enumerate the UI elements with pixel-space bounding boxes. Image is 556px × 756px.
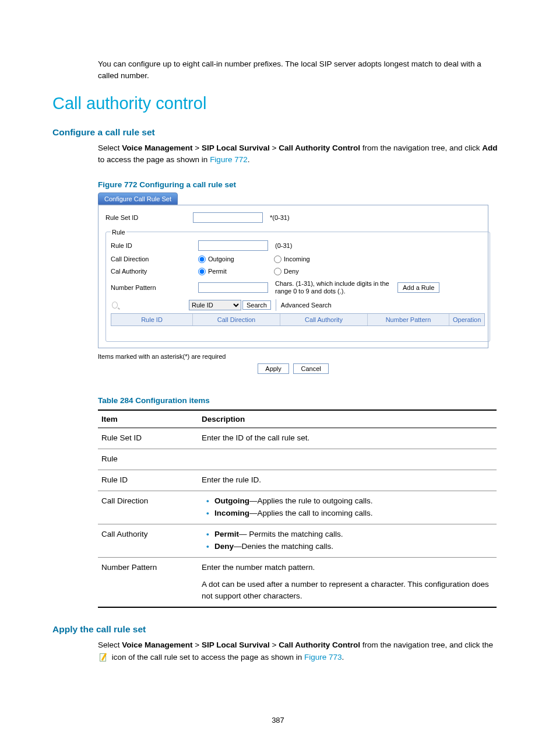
cell-desc: Enter the number match pattern. A dot ca…	[198, 557, 497, 607]
section-configure-body: Select Voice Management > SIP Local Surv…	[98, 142, 504, 166]
page-title: Call authority control	[52, 94, 504, 113]
tab-configure-call-rule-set[interactable]: Configure Call Rule Set	[98, 192, 178, 205]
call-direction-label: Call Direction	[111, 256, 198, 262]
txt: >	[193, 144, 202, 152]
txt: — Permits the matching calls.	[239, 530, 343, 538]
number-pattern-input[interactable]	[198, 282, 268, 293]
table-284-caption: Table 284 Configuration items	[98, 396, 504, 405]
call-direction-outgoing-radio[interactable]	[198, 256, 206, 263]
txt: A dot can be used after a number to repr…	[202, 579, 493, 603]
edit-icon	[99, 653, 108, 662]
txt: from the navigation tree, and click the	[360, 640, 493, 649]
th-description: Description	[198, 410, 497, 428]
txt: —Applies the call to incoming calls.	[249, 509, 373, 517]
th-operation: Operation	[449, 314, 484, 326]
table-row: Rule ID Enter the rule ID.	[98, 470, 497, 491]
section-configure-title: Configure a call rule set	[52, 127, 504, 138]
txt-bold: Add	[482, 144, 497, 152]
txt: >	[193, 640, 202, 649]
rule-id-label: Rule ID	[111, 242, 198, 249]
rule-set-id-input[interactable]	[193, 212, 263, 223]
th-number-pattern[interactable]: Number Pattern	[368, 314, 449, 326]
txt-bold: Permit	[214, 530, 239, 538]
figure-772-link[interactable]: Figure 772	[210, 155, 248, 164]
call-direction-incoming-radio[interactable]	[274, 256, 281, 263]
txt-bold: Deny	[214, 542, 234, 551]
table-row: Rule	[98, 449, 497, 470]
rules-table-header: Rule ID Call Direction Call Authority Nu…	[111, 313, 485, 326]
config-items-table: Item Description Rule Set ID Enter the I…	[98, 410, 497, 608]
required-note: Items marked with an asterisk(*) are req…	[98, 353, 504, 360]
txt: —Applies the rule to outgoing calls.	[249, 496, 373, 505]
rule-id-input[interactable]	[198, 240, 268, 251]
cell-item: Number Pattern	[98, 557, 198, 607]
txt: Enter the number match pattern.	[202, 562, 493, 574]
txt: .	[342, 653, 344, 662]
cell-item: Rule ID	[98, 470, 198, 491]
cell-item: Call Authority	[98, 524, 198, 557]
cell-desc: Enter the ID of the call rule set.	[198, 428, 497, 449]
search-input[interactable]	[118, 300, 188, 310]
txt: —Denies the matching calls.	[234, 542, 333, 551]
txt: from the navigation tree, and click	[360, 144, 482, 152]
rule-id-hint: (0-31)	[275, 242, 292, 249]
search-field-select[interactable]: Rule ID	[189, 300, 241, 310]
table-row: Call Direction Outgoing—Applies the rule…	[98, 491, 497, 524]
list-item: Incoming—Applies the call to incoming ca…	[207, 508, 493, 520]
list-item: Permit— Permits the matching calls.	[207, 528, 493, 541]
intro-paragraph: You can configure up to eight call-in nu…	[98, 58, 504, 81]
number-pattern-hint: Chars. (1-31), which include digits in t…	[275, 280, 397, 296]
call-direction-outgoing-label: Outgoing	[208, 256, 234, 262]
cell-item: Rule Set ID	[98, 428, 198, 449]
section-apply-title: Apply the call rule set	[52, 624, 504, 635]
th-call-direction[interactable]: Call Direction	[193, 314, 280, 326]
th-call-authority[interactable]: Call Authority	[280, 314, 368, 326]
page-number: 387	[52, 716, 504, 724]
cell-desc: Permit— Permits the matching calls. Deny…	[198, 524, 497, 557]
rule-set-id-label: Rule Set ID	[105, 214, 193, 221]
cancel-button[interactable]: Cancel	[293, 363, 328, 374]
apply-button[interactable]: Apply	[258, 363, 289, 374]
call-direction-incoming-label: Incoming	[284, 256, 310, 262]
list-item: Outgoing—Applies the rule to outgoing ca…	[207, 495, 493, 508]
section-apply-body: Select Voice Management > SIP Local Surv…	[98, 639, 504, 663]
txt-bold: Voice Management	[122, 144, 192, 152]
txt: .	[248, 155, 250, 164]
cal-authority-permit-radio[interactable]	[198, 268, 206, 275]
separator	[276, 299, 276, 311]
cell-item: Rule	[98, 449, 497, 470]
txt-bold: Outgoing	[214, 496, 249, 505]
txt: Select	[98, 144, 122, 152]
table-row: Number Pattern Enter the number match pa…	[98, 557, 497, 607]
cell-desc: Enter the rule ID.	[198, 470, 497, 491]
rule-set-id-hint: *(0-31)	[270, 214, 290, 221]
cal-authority-deny-radio[interactable]	[274, 268, 281, 275]
cal-authority-deny-label: Deny	[284, 268, 299, 275]
th-item: Item	[98, 410, 198, 428]
table-row: Rule Set ID Enter the ID of the call rul…	[98, 428, 497, 449]
txt-bold: Incoming	[214, 509, 249, 517]
rule-legend: Rule	[111, 229, 126, 236]
list-item: Deny—Denies the matching calls.	[207, 541, 493, 553]
cell-item: Call Direction	[98, 491, 198, 524]
figure-773-link[interactable]: Figure 773	[304, 653, 342, 662]
txt: Select	[98, 640, 122, 649]
rule-fieldset: Rule Rule ID (0-31) Call Direction Outgo…	[105, 229, 490, 342]
txt-bold: Call Authority Control	[279, 144, 360, 152]
figure-772-caption: Figure 772 Configuring a call rule set	[98, 180, 504, 189]
txt: icon of the call rule set to access the …	[110, 653, 304, 662]
cell-desc: Outgoing—Applies the rule to outgoing ca…	[198, 491, 497, 524]
advanced-search-link[interactable]: Advanced Search	[281, 302, 332, 309]
search-button[interactable]: Search	[242, 300, 271, 310]
add-a-rule-button[interactable]: Add a Rule	[397, 282, 439, 293]
txt: to access the page as shown in	[98, 155, 210, 164]
table-row: Call Authority Permit— Permits the match…	[98, 524, 497, 557]
txt: >	[270, 640, 279, 649]
txt-bold: Voice Management	[122, 640, 192, 649]
th-rule-id[interactable]: Rule ID	[111, 314, 193, 326]
cal-authority-permit-label: Permit	[208, 268, 227, 275]
screenshot-figure: Configure Call Rule Set Rule Set ID *(0-…	[98, 192, 504, 349]
cal-authority-label: Cal Authority	[111, 268, 198, 275]
txt-bold: SIP Local Survival	[202, 144, 270, 152]
txt-bold: SIP Local Survival	[202, 640, 270, 649]
